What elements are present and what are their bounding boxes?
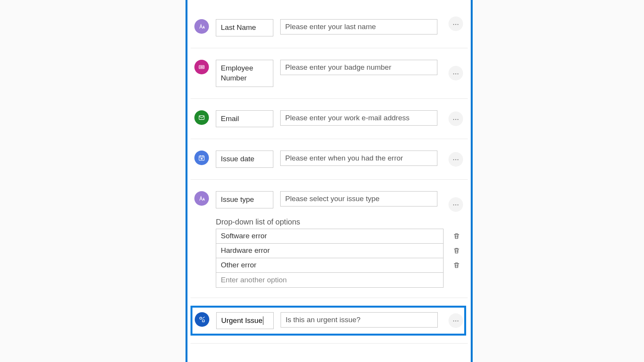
question-email[interactable]: Email Please enter your work e-mail addr… bbox=[191, 99, 468, 139]
question-issue-type[interactable]: Issue type Please select your issue type… bbox=[191, 180, 468, 298]
question-name-input[interactable]: Issue type bbox=[216, 191, 273, 208]
multichoice-icon bbox=[195, 312, 209, 327]
calendar-icon bbox=[194, 151, 209, 165]
delete-option-button[interactable] bbox=[453, 243, 460, 258]
text-icon bbox=[194, 191, 209, 206]
dropdown-options-list: Software error Hardware error Other erro… bbox=[216, 229, 444, 288]
dropdown-options-heading: Drop-down list of options bbox=[216, 218, 468, 226]
text-icon bbox=[194, 19, 209, 34]
svg-rect-2 bbox=[199, 156, 204, 161]
question-message-input[interactable]: Please enter your last name bbox=[280, 19, 437, 34]
add-option-input[interactable]: Enter another option bbox=[216, 273, 443, 287]
form-designer-canvas: Last Name Please enter your last name ··… bbox=[186, 0, 473, 362]
question-name-input[interactable]: Urgent Issue bbox=[216, 312, 274, 329]
dropdown-option[interactable]: Other error bbox=[216, 258, 443, 273]
question-message-input[interactable]: Please enter when you had the error bbox=[280, 151, 437, 166]
more-options-button[interactable]: ··· bbox=[449, 16, 463, 31]
svg-rect-3 bbox=[201, 158, 203, 159]
text-caret bbox=[263, 316, 263, 325]
more-options-button[interactable]: ··· bbox=[449, 197, 463, 212]
question-message-input[interactable]: Is this an urgent issue? bbox=[281, 312, 438, 328]
question-employee-number[interactable]: Employee Number Please enter your badge … bbox=[191, 48, 468, 99]
email-icon bbox=[194, 110, 209, 125]
delete-option-button[interactable] bbox=[453, 229, 460, 243]
svg-point-4 bbox=[200, 317, 202, 319]
more-options-button[interactable]: ··· bbox=[449, 66, 463, 80]
question-issue-date[interactable]: Issue date Please enter when you had the… bbox=[191, 139, 468, 180]
more-options-button[interactable]: ··· bbox=[449, 111, 463, 126]
svg-rect-1 bbox=[199, 116, 204, 120]
dropdown-option[interactable]: Software error bbox=[216, 229, 443, 244]
question-urgent-issue[interactable]: Urgent Issue Is this an urgent issue? ··… bbox=[191, 298, 468, 344]
question-name-text: Urgent Issue bbox=[221, 316, 263, 326]
more-options-button[interactable]: ··· bbox=[449, 313, 463, 328]
dropdown-option[interactable]: Hardware error bbox=[216, 244, 443, 258]
svg-rect-5 bbox=[202, 319, 204, 321]
question-name-input[interactable]: Employee Number bbox=[216, 60, 273, 87]
number-icon bbox=[194, 60, 209, 74]
question-last-name[interactable]: Last Name Please enter your last name ··… bbox=[191, 0, 468, 48]
question-name-input[interactable]: Last Name bbox=[216, 19, 273, 36]
question-message-input[interactable]: Please enter your badge number bbox=[280, 60, 437, 75]
question-message-input[interactable]: Please enter your work e-mail address bbox=[280, 110, 437, 126]
more-options-button[interactable]: ··· bbox=[449, 152, 463, 167]
delete-option-button[interactable] bbox=[453, 258, 460, 272]
selected-question-frame: Urgent Issue Is this an urgent issue? bbox=[191, 306, 466, 336]
question-message-input[interactable]: Please select your issue type bbox=[280, 191, 437, 206]
question-name-input[interactable]: Issue date bbox=[216, 151, 273, 168]
question-name-input[interactable]: Email bbox=[216, 110, 273, 128]
